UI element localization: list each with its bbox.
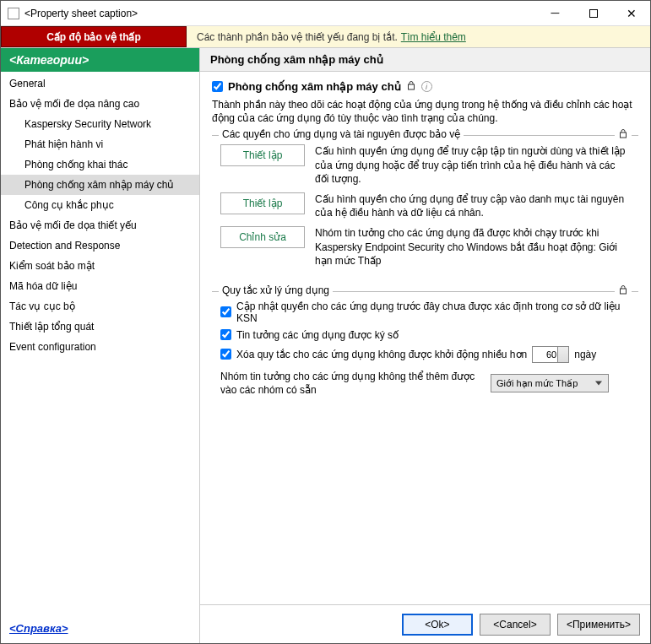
window-title: <Property sheet caption> [24, 8, 536, 19]
warning-link[interactable]: Tìm hiểu thêm [401, 31, 466, 43]
svg-rect-0 [408, 84, 414, 89]
settings-description: Nhóm tin tưởng cho các ứng dụng đã được … [315, 226, 630, 268]
settings-button[interactable]: Thiết lập [220, 144, 305, 166]
svg-rect-1 [621, 133, 627, 138]
sidebar-item[interactable]: Bảo vệ mối đe dọa nâng cao [1, 94, 199, 114]
feature-title: Phòng chống xâm nhập máy chủ [228, 80, 401, 93]
warning-bar: Cấp độ bảo vệ thấp Các thành phần bảo vệ… [1, 26, 650, 48]
sidebar-item[interactable]: Kaspersky Security Network [1, 114, 199, 134]
chk-update-ksn-label: Cập nhật quyền cho các ứng dụng trước đâ… [236, 300, 630, 324]
group-legend-1: Các quyền cho ứng dụng và tài nguyên đượ… [219, 128, 464, 140]
trust-group-label: Nhóm tin tưởng cho các ứng dụng không th… [220, 370, 482, 397]
sidebar-item[interactable]: General [1, 73, 199, 94]
sidebar-item[interactable]: Mã hóa dữ liệu [1, 276, 199, 296]
cancel-button[interactable]: <Cancel> [480, 614, 551, 636]
maximize-button[interactable] [574, 1, 612, 25]
main-header: Phòng chống xâm nhập máy chủ [200, 48, 650, 72]
settings-row: Chỉnh sửaNhóm tin tưởng cho các ứng dụng… [220, 226, 630, 268]
dialog-footer: <Ok> <Cancel> <Применить> [200, 604, 650, 643]
svg-rect-2 [621, 289, 627, 294]
sidebar-item[interactable]: Thiết lập tổng quát [1, 317, 199, 337]
days-stepper[interactable]: 60 [532, 346, 569, 363]
sidebar-item[interactable]: Công cụ khắc phục [1, 195, 199, 215]
chk-trust-signed-label: Tin tưởng các ứng dụng được ký số [236, 329, 399, 341]
minimize-button[interactable]: ─ [536, 1, 574, 25]
sidebar-item[interactable]: Bảo vệ mối đe dọa thiết yếu [1, 215, 199, 235]
group-processing-rules: Quy tắc xử lý ứng dụng Cập nhật quyền ch… [212, 291, 638, 403]
sidebar-item[interactable]: Kiểm soát bảo mật [1, 256, 199, 276]
settings-description: Cấu hình quyền ứng dụng để truy cập tập … [315, 144, 630, 186]
lock-icon[interactable] [406, 80, 416, 93]
trust-group-select[interactable]: Giới hạn mức Thấp [491, 374, 609, 392]
warning-badge: Cấp độ bảo vệ thấp [1, 26, 187, 47]
chk-delete-rules-label: Xóa quy tắc cho các ứng dụng không được … [236, 349, 527, 360]
warning-text: Các thành phần bảo vệ thiết yếu đang bị … [197, 31, 398, 43]
nav-list: GeneralBảo vệ mối đe dọa nâng caoKaspers… [1, 72, 199, 614]
categories-header: <Категории> [1, 48, 199, 72]
help-link[interactable]: <Справка> [9, 622, 68, 635]
info-icon[interactable]: i [421, 81, 432, 92]
lock-icon[interactable] [615, 128, 632, 141]
feature-enable-checkbox[interactable] [212, 81, 223, 92]
titlebar: <Property sheet caption> ─ ✕ [1, 1, 650, 26]
sidebar-item[interactable]: Phòng chống xâm nhập máy chủ [1, 175, 199, 195]
days-unit: ngày [574, 349, 596, 360]
sidebar-item[interactable]: Tác vụ cục bộ [1, 296, 199, 317]
sidebar-item[interactable]: Event configuration [1, 337, 199, 357]
sidebar-item[interactable]: Phòng chống khai thác [1, 154, 199, 175]
sidebar-item[interactable]: Detection and Response [1, 235, 199, 256]
settings-button[interactable]: Thiết lập [220, 192, 305, 214]
settings-row: Thiết lậpCấu hình quyền ứng dụng để truy… [220, 144, 630, 186]
app-icon [8, 8, 19, 19]
apply-button[interactable]: <Применить> [557, 614, 640, 636]
sidebar-item[interactable]: Phát hiện hành vi [1, 134, 199, 154]
feature-description: Thành phần này theo dõi các hoạt động củ… [212, 98, 638, 125]
close-button[interactable]: ✕ [612, 1, 650, 25]
ok-button[interactable]: <Ok> [402, 614, 473, 636]
settings-button[interactable]: Chỉnh sửa [220, 226, 305, 248]
chk-update-ksn[interactable] [220, 306, 231, 317]
chk-delete-rules[interactable] [220, 349, 231, 360]
group-app-rights: Các quyền cho ứng dụng và tài nguyên đượ… [212, 135, 638, 281]
chk-trust-signed[interactable] [220, 329, 231, 340]
settings-description: Cấu hình quyền cho ứng dụng để truy cập … [315, 192, 630, 219]
lock-icon[interactable] [615, 284, 632, 297]
group-legend-2: Quy tắc xử lý ứng dụng [219, 284, 333, 296]
settings-row: Thiết lậpCấu hình quyền cho ứng dụng để … [220, 192, 630, 219]
